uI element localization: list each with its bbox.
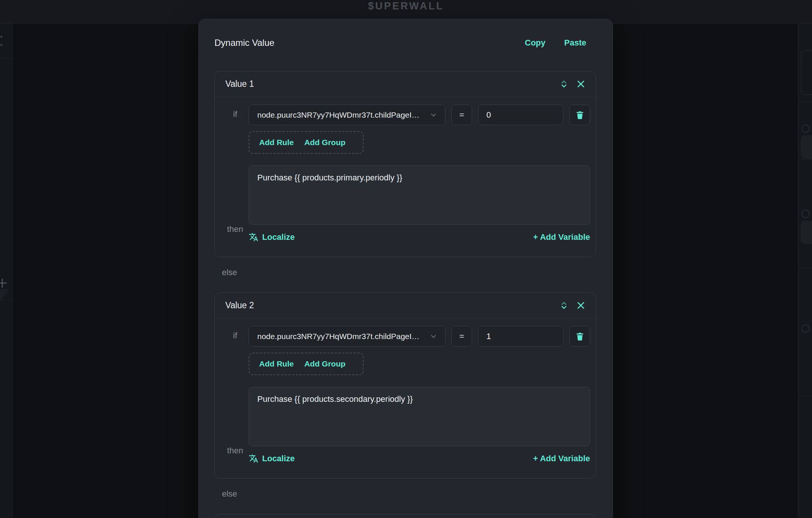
divider [0, 300, 12, 300]
comparison-value-input[interactable] [478, 105, 563, 125]
condition-field-value: node.puurc3NR7yy7HqWDmr37t.childPageI… [257, 111, 420, 120]
chevron-down-icon [429, 332, 438, 341]
value-title: Value 2 [225, 300, 254, 310]
value-header-icons [559, 300, 585, 310]
then-label-col: then [222, 165, 249, 243]
close-button[interactable] [577, 301, 585, 310]
reorder-button[interactable] [559, 79, 569, 89]
then-value-textarea[interactable]: Purchase {{ products.secondary.periodly … [249, 387, 590, 446]
card-fragment [801, 135, 812, 159]
divider [798, 159, 812, 159]
localize-button[interactable]: Localize [249, 454, 295, 463]
close-icon [577, 301, 585, 310]
localize-button[interactable]: Localize [249, 232, 295, 242]
comparison-value-input[interactable] [478, 326, 563, 347]
value-2-body: if node.puurc3NR7yy7HqWDmr37t.childPageI… [215, 318, 596, 478]
left-panel-edge [0, 24, 13, 518]
delete-rule-button[interactable] [569, 105, 590, 125]
divider [798, 101, 812, 102]
then-label-col: then [222, 387, 249, 465]
dynamic-value-modal: Dynamic Value Copy Paste Value 1 [198, 19, 613, 518]
textarea-toolbar: Localize + Add Variable [249, 453, 590, 465]
card-fragment [801, 124, 810, 133]
value-1-body: if node.puurc3NR7yy7HqWDmr37t.childPageI… [215, 97, 596, 257]
card-fragment [801, 50, 812, 95]
value-2-section: Value 2 [214, 292, 596, 479]
value-2-header: Value 2 [215, 293, 596, 318]
add-actions-group: Add Rule Add Group [249, 131, 364, 154]
add-variable-button[interactable]: + Add Variable [533, 232, 590, 242]
chevron-up-down-icon [559, 300, 569, 310]
textarea-toolbar: Localize + Add Variable [249, 231, 590, 243]
add-actions-group: Add Rule Add Group [249, 353, 364, 375]
modal-title: Dynamic Value [214, 38, 275, 48]
trash-icon [575, 332, 585, 341]
add-rule-button[interactable]: Add Rule [259, 138, 294, 147]
add-rule-button[interactable]: Add Rule [259, 359, 294, 368]
condition-controls: node.puurc3NR7yy7HqWDmr37t.childPageI… = [249, 326, 590, 347]
if-label-col: if [222, 105, 249, 125]
card-fragment [801, 324, 810, 333]
translate-icon [249, 454, 258, 463]
superwall-logo: $UPERWALL [368, 0, 444, 12]
then-row: then Purchase {{ products.primary.period… [222, 165, 590, 243]
modal-header: Dynamic Value Copy Paste [214, 36, 596, 49]
divider [0, 58, 12, 59]
else-label: else [222, 268, 596, 277]
operator-button[interactable]: = [451, 105, 472, 125]
if-label-col: if [222, 326, 249, 347]
close-icon [577, 80, 585, 88]
left-edge-icon-fragment [0, 44, 2, 46]
delete-rule-button[interactable] [569, 326, 590, 347]
copy-button[interactable]: Copy [525, 38, 545, 48]
add-group-button[interactable]: Add Group [304, 359, 346, 368]
right-panel-edge [798, 24, 812, 518]
condition-field-value: node.puurc3NR7yy7HqWDmr37t.childPageI… [257, 332, 420, 341]
translate-icon [249, 232, 258, 242]
localize-label: Localize [262, 454, 295, 463]
condition-controls: node.puurc3NR7yy7HqWDmr37t.childPageI… = [249, 105, 590, 125]
then-content: Purchase {{ products.secondary.periodly … [249, 387, 590, 465]
condition-row: if node.puurc3NR7yy7HqWDmr37t.childPageI… [222, 105, 590, 125]
value-1-section: Value 1 [214, 71, 596, 257]
plus-icon [0, 276, 9, 290]
then-row: then Purchase {{ products.secondary.peri… [222, 387, 590, 465]
divider [798, 396, 812, 396]
value-3-section-partial [214, 514, 596, 518]
chevron-down-icon [429, 111, 438, 119]
if-label: if [233, 326, 237, 347]
condition-field-dropdown[interactable]: node.puurc3NR7yy7HqWDmr37t.childPageI… [249, 326, 445, 347]
condition-field-dropdown[interactable]: node.puurc3NR7yy7HqWDmr37t.childPageI… [249, 105, 445, 125]
card-fragment [801, 221, 812, 244]
chevron-up-down-icon [559, 79, 569, 89]
value-title: Value 1 [225, 79, 254, 89]
left-edge-icon-fragment [0, 36, 2, 38]
add-variable-button[interactable]: + Add Variable [533, 454, 590, 463]
then-content: Purchase {{ products.primary.periodly }}… [249, 165, 590, 243]
paste-button[interactable]: Paste [564, 38, 586, 48]
condition-row: if node.puurc3NR7yy7HqWDmr37t.childPageI… [222, 326, 590, 347]
else-label: else [222, 489, 596, 499]
reorder-button[interactable] [559, 300, 569, 310]
then-label: then [227, 446, 243, 465]
operator-button[interactable]: = [451, 326, 472, 347]
page: { "header": { "logo": "$UPERWALL" }, "mo… [0, 0, 812, 518]
card-fragment [801, 210, 810, 218]
modal-actions: Copy Paste [525, 38, 586, 48]
localize-label: Localize [262, 232, 295, 242]
value-header-icons [559, 79, 585, 89]
divider [798, 268, 812, 268]
add-group-button[interactable]: Add Group [304, 138, 346, 147]
value-1-header: Value 1 [215, 71, 596, 97]
close-button[interactable] [577, 80, 585, 88]
if-label: if [233, 105, 237, 125]
then-value-textarea[interactable]: Purchase {{ products.primary.periodly }} [249, 165, 590, 225]
trash-icon [575, 110, 585, 120]
then-label: then [227, 224, 243, 243]
